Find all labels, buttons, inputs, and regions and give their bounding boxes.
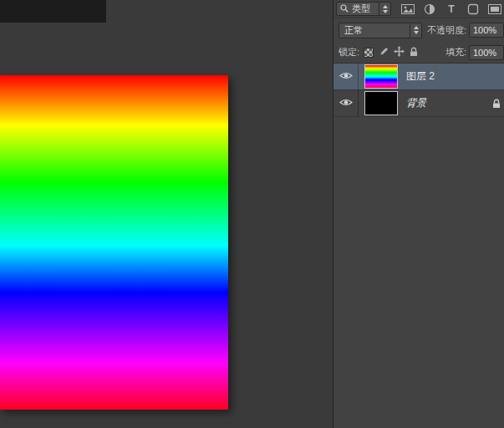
eye-icon — [339, 98, 353, 109]
search-icon — [340, 4, 349, 14]
photoshop-workspace: 类型 T 正常 — [0, 0, 504, 428]
layers-panel: 类型 T 正常 — [333, 0, 504, 428]
lock-fill-row: 锁定: 填充: 100% — [333, 42, 504, 64]
filter-icon-group: T — [401, 3, 501, 16]
visibility-toggle[interactable] — [333, 64, 359, 89]
type-layer-filter-icon[interactable]: T — [445, 3, 458, 16]
adjustment-layer-filter-icon[interactable] — [423, 3, 436, 16]
lock-paint-brush-icon[interactable] — [379, 47, 389, 59]
blend-opacity-row: 正常 不透明度: 100% — [333, 18, 504, 42]
blend-mode-dropdown[interactable]: 正常 — [339, 23, 422, 38]
lock-position-move-icon[interactable] — [394, 46, 405, 59]
layer-name[interactable]: 背景 — [406, 96, 426, 110]
filter-type-dropdown[interactable]: 类型 — [336, 2, 391, 16]
eye-icon — [339, 71, 353, 82]
visibility-toggle[interactable] — [333, 90, 359, 116]
document-tab-strip — [0, 0, 106, 23]
layer-thumbnail-rainbow[interactable] — [364, 64, 398, 89]
opacity-label: 不透明度: — [427, 24, 466, 37]
lock-label: 锁定: — [339, 46, 359, 59]
rainbow-gradient-document[interactable] — [0, 75, 228, 410]
layer-name[interactable]: 图层 2 — [406, 69, 435, 84]
smart-object-filter-icon[interactable] — [488, 3, 501, 16]
filter-type-label: 类型 — [352, 3, 375, 15]
fill-label: 填充: — [445, 46, 466, 59]
pixel-layer-filter-icon[interactable] — [401, 3, 415, 16]
layer-filter-row: 类型 T — [333, 0, 504, 18]
lock-all-icon[interactable] — [410, 47, 418, 59]
layer-thumbnail-black[interactable] — [364, 91, 398, 115]
blend-mode-value: 正常 — [339, 24, 410, 37]
lock-transparency-icon[interactable] — [364, 48, 374, 58]
chevron-updown-icon — [379, 3, 390, 15]
lock-icon-group — [364, 46, 418, 59]
chevron-updown-icon — [410, 23, 421, 38]
layer-row-layer2[interactable]: 图层 2 — [333, 64, 504, 90]
fill-field[interactable]: 100% — [469, 45, 504, 60]
shape-layer-filter-icon[interactable] — [466, 3, 480, 16]
layer-row-background[interactable]: 背景 — [333, 90, 504, 117]
background-lock-icon — [492, 99, 501, 109]
opacity-field[interactable]: 100% — [469, 23, 504, 38]
